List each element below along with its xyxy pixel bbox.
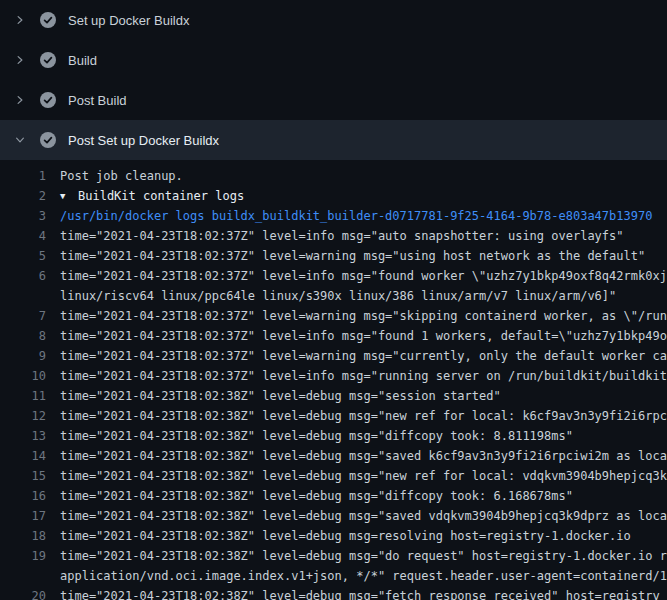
log-line: 16 time="2021-04-23T18:02:38Z" level=deb… <box>0 486 667 506</box>
line-number[interactable]: 16 <box>0 486 46 506</box>
log-text: Post job cleanup. <box>60 166 183 186</box>
step-title: Post Build <box>68 93 127 108</box>
line-number[interactable]: 8 <box>0 326 46 346</box>
line-number[interactable]: 7 <box>0 306 46 326</box>
line-number[interactable]: 20 <box>0 586 46 600</box>
log-line: 8 time="2021-04-23T18:02:37Z" level=info… <box>0 326 667 346</box>
line-number[interactable]: 9 <box>0 346 46 366</box>
log-text: time="2021-04-23T18:02:38Z" level=debug … <box>60 546 667 566</box>
line-number[interactable]: 19 <box>0 546 46 566</box>
step-header[interactable]: Set up Docker Buildx <box>0 0 667 40</box>
log-text: linux/riscv64 linux/ppc64le linux/s390x … <box>60 286 616 306</box>
log-text: time="2021-04-23T18:02:37Z" level=info m… <box>60 326 667 346</box>
line-number[interactable]: 6 <box>0 266 46 286</box>
step-header[interactable]: Build <box>0 40 667 80</box>
step-header[interactable]: Post Set up Docker Buildx <box>0 120 667 160</box>
line-number[interactable]: 13 <box>0 426 46 446</box>
log-line: 14 time="2021-04-23T18:02:38Z" level=deb… <box>0 446 667 466</box>
line-number[interactable]: 14 <box>0 446 46 466</box>
check-circle-icon <box>40 92 56 108</box>
line-number[interactable] <box>0 286 46 306</box>
line-number[interactable]: 2 <box>0 186 46 206</box>
log-line: 17 time="2021-04-23T18:02:38Z" level=deb… <box>0 506 667 526</box>
log-line: 7 time="2021-04-23T18:02:37Z" level=warn… <box>0 306 667 326</box>
log-line: 4 time="2021-04-23T18:02:37Z" level=info… <box>0 226 667 246</box>
log-line: 20 time="2021-04-23T18:02:38Z" level=deb… <box>0 586 667 600</box>
log-line: 15 time="2021-04-23T18:02:38Z" level=deb… <box>0 466 667 486</box>
check-circle-icon <box>40 52 56 68</box>
log-line: 5 time="2021-04-23T18:02:37Z" level=warn… <box>0 246 667 266</box>
log-text: time="2021-04-23T18:02:38Z" level=debug … <box>60 526 631 546</box>
group-toggle-icon[interactable]: ▼ <box>60 186 74 206</box>
job-log-panel: Set up Docker Buildx Build P <box>0 0 667 600</box>
log-text: time="2021-04-23T18:02:38Z" level=debug … <box>60 426 573 446</box>
chevron-right-icon <box>12 14 28 26</box>
step-list: Set up Docker Buildx Build P <box>0 0 667 160</box>
line-number[interactable] <box>0 566 46 586</box>
log-line: 10 time="2021-04-23T18:02:37Z" level=inf… <box>0 366 667 386</box>
log-text: time="2021-04-23T18:02:37Z" level=warnin… <box>60 246 645 266</box>
check-circle-icon <box>40 132 56 148</box>
line-number[interactable]: 11 <box>0 386 46 406</box>
line-number[interactable]: 3 <box>0 206 46 226</box>
step-header[interactable]: Post Build <box>0 80 667 120</box>
log-area: 1 Post job cleanup. 2 ▼ BuildKit contain… <box>0 160 667 600</box>
step-title: Post Set up Docker Buildx <box>68 133 219 148</box>
log-text: application/vnd.oci.image.index.v1+json,… <box>60 566 667 586</box>
log-line: 13 time="2021-04-23T18:02:38Z" level=deb… <box>0 426 667 446</box>
log-text: time="2021-04-23T18:02:38Z" level=debug … <box>60 486 573 506</box>
log-text: time="2021-04-23T18:02:37Z" level=info m… <box>60 266 667 286</box>
log-text: time="2021-04-23T18:02:37Z" level=info m… <box>60 226 624 246</box>
log-text: time="2021-04-23T18:02:38Z" level=debug … <box>60 506 667 526</box>
step-title: Build <box>68 53 97 68</box>
log-line: 9 time="2021-04-23T18:02:37Z" level=warn… <box>0 346 667 366</box>
log-text: time="2021-04-23T18:02:37Z" level=warnin… <box>60 346 667 366</box>
line-number[interactable]: 18 <box>0 526 46 546</box>
log-text: time="2021-04-23T18:02:37Z" level=info m… <box>60 366 667 386</box>
log-line: application/vnd.oci.image.index.v1+json,… <box>0 566 667 586</box>
log-text: time="2021-04-23T18:02:38Z" level=debug … <box>60 446 667 466</box>
chevron-down-icon <box>12 134 28 146</box>
chevron-right-icon <box>12 54 28 66</box>
line-number[interactable]: 4 <box>0 226 46 246</box>
line-number[interactable]: 17 <box>0 506 46 526</box>
line-number[interactable]: 15 <box>0 466 46 486</box>
log-text[interactable]: BuildKit container logs <box>78 186 244 206</box>
log-text: time="2021-04-23T18:02:38Z" level=debug … <box>60 586 660 600</box>
log-line: 11 time="2021-04-23T18:02:38Z" level=deb… <box>0 386 667 406</box>
log-line: linux/riscv64 linux/ppc64le linux/s390x … <box>0 286 667 306</box>
log-line: 18 time="2021-04-23T18:02:38Z" level=deb… <box>0 526 667 546</box>
log-line: 3 /usr/bin/docker logs buildx_buildkit_b… <box>0 206 667 226</box>
step-title: Set up Docker Buildx <box>68 13 189 28</box>
log-text: /usr/bin/docker logs buildx_buildkit_bui… <box>60 206 652 226</box>
line-number[interactable]: 5 <box>0 246 46 266</box>
chevron-right-icon <box>12 94 28 106</box>
log-text: time="2021-04-23T18:02:38Z" level=debug … <box>60 406 667 426</box>
log-text: time="2021-04-23T18:02:38Z" level=debug … <box>60 386 501 406</box>
log-line: 6 time="2021-04-23T18:02:37Z" level=info… <box>0 266 667 286</box>
check-circle-icon <box>40 12 56 28</box>
log-line: 1 Post job cleanup. <box>0 166 667 186</box>
line-number[interactable]: 10 <box>0 366 46 386</box>
log-line: 12 time="2021-04-23T18:02:38Z" level=deb… <box>0 406 667 426</box>
log-text: time="2021-04-23T18:02:37Z" level=warnin… <box>60 306 667 326</box>
log-text: time="2021-04-23T18:02:38Z" level=debug … <box>60 466 667 486</box>
line-number[interactable]: 1 <box>0 166 46 186</box>
line-number[interactable]: 12 <box>0 406 46 426</box>
log-line: 19 time="2021-04-23T18:02:38Z" level=deb… <box>0 546 667 566</box>
log-line: 2 ▼ BuildKit container logs <box>0 186 667 206</box>
